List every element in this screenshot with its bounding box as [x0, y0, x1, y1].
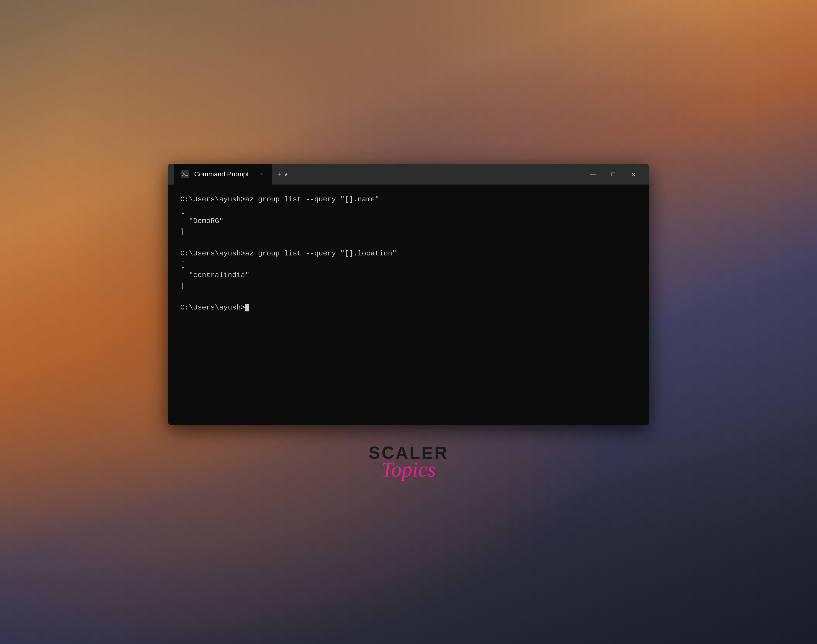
active-tab[interactable]: Command Prompt × [174, 164, 272, 184]
terminal-line: "centralindia" [180, 270, 637, 281]
terminal-line: "DemoRG" [180, 216, 637, 227]
cursor [245, 304, 249, 311]
terminal-line: [ [180, 259, 637, 270]
tab-title: Command Prompt [194, 170, 249, 178]
terminal-line [180, 291, 637, 302]
terminal-line: [ [180, 205, 637, 216]
terminal-prompt-line[interactable]: C:\Users\ayush> [180, 302, 637, 313]
title-bar: Command Prompt × + ∨ — □ × [168, 164, 649, 184]
window-controls: — □ × [583, 164, 643, 184]
terminal-window: Command Prompt × + ∨ — □ × C:\Users\ayus… [168, 164, 649, 425]
maximize-button[interactable]: □ [604, 164, 623, 184]
topics-brand-name: Topics [381, 459, 436, 480]
terminal-line: C:\Users\ayush>az group list --query "[]… [180, 194, 637, 205]
new-tab-button[interactable]: + [277, 170, 281, 178]
scaler-logo: SCALER Topics [369, 444, 448, 480]
terminal-line: C:\Users\ayush>az group list --query "[]… [180, 248, 637, 259]
terminal-body: C:\Users\ayush>az group list --query "[]… [168, 184, 649, 425]
content-wrapper: Command Prompt × + ∨ — □ × C:\Users\ayus… [168, 164, 649, 480]
svg-rect-0 [181, 170, 189, 178]
terminal-line [180, 238, 637, 248]
terminal-icon [181, 170, 189, 179]
minimize-button[interactable]: — [583, 164, 602, 184]
terminal-line: ] [180, 281, 637, 291]
new-tab-area: + ∨ [272, 167, 293, 181]
tab-close-button[interactable]: × [258, 170, 265, 178]
close-button[interactable]: × [624, 164, 643, 184]
tab-dropdown-button[interactable]: ∨ [284, 171, 288, 178]
terminal-line: ] [180, 227, 637, 238]
